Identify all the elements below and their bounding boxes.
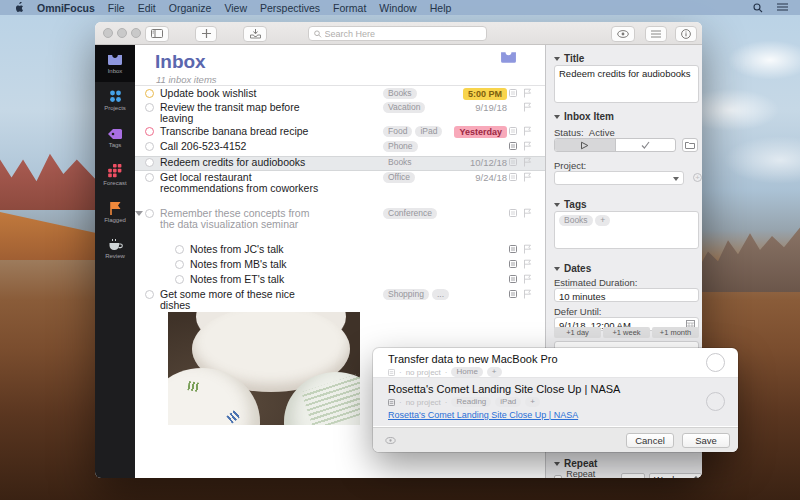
defer-plus-month-button[interactable]: +1 month — [652, 327, 699, 338]
tag-pill[interactable]: Books — [559, 215, 593, 226]
flag-icon[interactable] — [523, 172, 532, 182]
note-icon[interactable] — [509, 245, 517, 253]
close-button[interactable] — [103, 28, 113, 38]
flag-icon[interactable] — [523, 208, 532, 218]
task-title[interactable]: Review the transit map before leaving — [160, 102, 325, 123]
menu-item-file[interactable]: File — [108, 2, 125, 14]
attachment-link[interactable]: Rosetta's Comet Landing Site Close Up | … — [388, 410, 694, 420]
clean-up-button[interactable] — [243, 26, 267, 42]
note-icon[interactable] — [509, 89, 517, 97]
project-dropdown[interactable] — [554, 171, 684, 185]
repeat-count-input[interactable] — [621, 473, 645, 479]
quick-entry-row-selected[interactable]: Rosetta's Comet Landing Site Close Up | … — [373, 378, 738, 426]
sidebar-item-tags[interactable]: Tags — [95, 119, 135, 156]
menu-item-edit[interactable]: Edit — [138, 2, 156, 14]
inbox-item-section-header[interactable]: Inbox Item — [554, 111, 614, 122]
tag-pill[interactable]: Home — [451, 367, 482, 377]
task-title[interactable]: Get some more of these nice dishes — [160, 289, 325, 310]
add-tag-pill[interactable]: + — [595, 215, 610, 226]
task-title[interactable]: Update book wishlist — [160, 88, 325, 99]
task-title[interactable]: Remember these concepts from the data vi… — [160, 208, 325, 229]
duration-field[interactable]: 10 minutes — [554, 288, 699, 302]
project-placeholder[interactable]: no project — [406, 398, 441, 407]
note-icon[interactable] — [509, 158, 517, 166]
status-segmented-control[interactable] — [554, 138, 676, 152]
flag-icon[interactable] — [523, 244, 532, 254]
sidebar-toggle-button[interactable] — [145, 26, 169, 42]
tag-pill[interactable]: Reading — [451, 397, 491, 407]
task-status-circle[interactable] — [145, 158, 154, 167]
task-title[interactable]: Notes from JC's talk — [190, 244, 355, 255]
repeat-checkbox[interactable] — [554, 475, 562, 479]
task-row[interactable]: Update book wishlist Books 5:00 PM — [135, 88, 545, 102]
flag-icon[interactable] — [523, 126, 532, 136]
defer-plus-week-button[interactable]: +1 week — [603, 327, 650, 338]
tags-field[interactable]: Books + — [554, 211, 699, 249]
search-input[interactable] — [325, 29, 482, 39]
eye-icon[interactable] — [385, 437, 396, 444]
tag-pill[interactable]: Phone — [383, 141, 418, 152]
note-icon[interactable] — [509, 127, 517, 135]
task-row-child[interactable]: Notes from MB's talk — [135, 259, 545, 274]
perspectives-button[interactable] — [645, 26, 667, 42]
inspector-toggle-button[interactable] — [675, 26, 697, 42]
tag-pill[interactable]: iPad — [495, 397, 521, 407]
flag-icon[interactable] — [523, 141, 532, 151]
task-status-circle[interactable] — [145, 173, 154, 182]
flag-icon[interactable] — [523, 102, 532, 112]
tag-pill[interactable]: Vacation — [383, 102, 425, 113]
tags-section-header[interactable]: Tags — [554, 199, 587, 210]
add-tag-pill[interactable]: + — [487, 367, 502, 377]
task-row[interactable]: Get local restaurant recommendations fro… — [135, 172, 545, 207]
menu-item-format[interactable]: Format — [333, 2, 366, 14]
repeat-section-header[interactable]: Repeat — [554, 458, 597, 469]
task-row-child[interactable]: Notes from ET's talk — [135, 274, 545, 289]
notification-center-icon[interactable] — [777, 3, 788, 12]
flag-icon[interactable] — [523, 88, 532, 98]
tag-pill[interactable]: Office — [383, 172, 415, 183]
task-status-circle[interactable] — [145, 142, 154, 151]
menu-item-perspectives[interactable]: Perspectives — [260, 2, 320, 14]
title-section-header[interactable]: Title — [554, 53, 584, 64]
spotlight-icon[interactable] — [753, 3, 763, 13]
task-title[interactable]: Redeem credits for audiobooks — [160, 157, 325, 168]
sidebar-item-flagged[interactable]: Flagged — [95, 193, 135, 230]
task-title[interactable]: Call 206-523-4152 — [160, 141, 325, 152]
minimize-button[interactable] — [117, 28, 127, 38]
task-row-child[interactable]: Notes from JC's talk — [135, 244, 545, 259]
menu-item-view[interactable]: View — [224, 2, 247, 14]
quick-entry-title[interactable]: Rosetta's Comet Landing Site Close Up | … — [388, 383, 694, 395]
sidebar-item-projects[interactable]: Projects — [95, 82, 135, 119]
zoom-button[interactable] — [131, 28, 141, 38]
task-status-circle[interactable] — [145, 103, 154, 112]
sidebar-item-forecast[interactable]: Forecast — [95, 156, 135, 193]
tag-pill[interactable]: Conference — [383, 208, 437, 219]
disclosure-triangle-icon[interactable] — [135, 211, 143, 216]
task-status-circle[interactable] — [145, 209, 154, 218]
more-tags-pill[interactable]: ... — [432, 289, 449, 300]
title-field[interactable]: Redeem credits for audiobooks — [554, 65, 699, 103]
search-field[interactable] — [308, 26, 487, 41]
project-placeholder[interactable]: no project — [406, 368, 441, 377]
task-status-circle[interactable] — [145, 89, 154, 98]
task-status-circle[interactable] — [175, 275, 184, 284]
sidebar-item-review[interactable]: Review — [95, 230, 135, 267]
task-title[interactable]: Transcribe banana bread recipe — [160, 126, 325, 137]
note-icon[interactable] — [509, 290, 517, 298]
sidebar-item-inbox[interactable]: Inbox — [95, 45, 135, 82]
menu-item-window[interactable]: Window — [379, 2, 416, 14]
note-icon[interactable] — [509, 142, 517, 150]
task-status-circle[interactable] — [145, 127, 154, 136]
save-button[interactable]: Save — [682, 433, 730, 448]
flag-icon[interactable] — [523, 157, 532, 167]
task-status-circle[interactable] — [706, 353, 725, 372]
note-icon[interactable] — [509, 209, 517, 217]
add-tag-pill[interactable]: + — [525, 397, 540, 407]
flag-icon[interactable] — [523, 274, 532, 284]
task-status-circle[interactable] — [706, 392, 725, 411]
task-row[interactable]: Transcribe banana bread recipe FoodiPad … — [135, 126, 545, 141]
move-to-project-button[interactable] — [682, 138, 698, 152]
task-title[interactable]: Notes from MB's talk — [190, 259, 355, 270]
defer-plus-day-button[interactable]: +1 day — [554, 327, 601, 338]
menu-item-app[interactable]: OmniFocus — [37, 2, 95, 14]
